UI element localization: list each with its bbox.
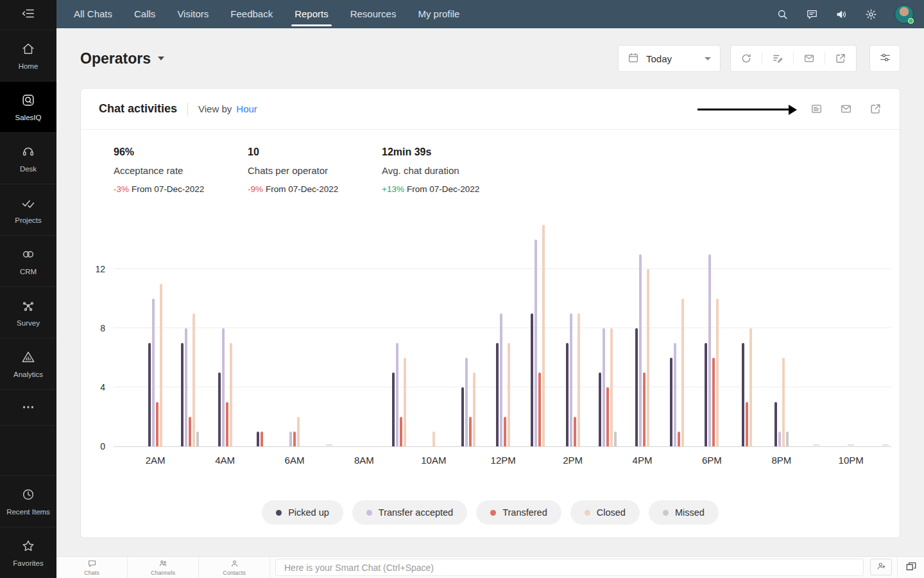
chart-bar[interactable] bbox=[261, 432, 263, 446]
chart-bar[interactable] bbox=[746, 402, 748, 446]
export-button[interactable] bbox=[825, 53, 856, 64]
settings-sliders-button[interactable] bbox=[869, 45, 900, 72]
legend-item-transfered[interactable]: Transfered bbox=[476, 500, 561, 525]
sidebar-item-favorites[interactable]: Favorites bbox=[0, 527, 56, 578]
nav-tab-resources[interactable]: Resources bbox=[339, 0, 407, 28]
chart-bar[interactable] bbox=[639, 254, 642, 446]
chart-bar[interactable] bbox=[578, 313, 580, 446]
filter-customize-button[interactable] bbox=[762, 53, 793, 64]
chart-bar[interactable] bbox=[570, 313, 572, 446]
chart-bar[interactable] bbox=[148, 343, 151, 446]
chart-bar[interactable] bbox=[222, 328, 225, 446]
bottom-tab-chats[interactable]: Chats bbox=[56, 557, 128, 578]
nav-tab-all-chats[interactable]: All Chats bbox=[63, 0, 123, 28]
nav-tab-feedback[interactable]: Feedback bbox=[219, 0, 284, 28]
sidebar-item-more[interactable] bbox=[0, 389, 56, 425]
chart-bar[interactable] bbox=[531, 313, 533, 446]
chart-bar[interactable] bbox=[670, 358, 672, 446]
report-card-icon[interactable] bbox=[810, 103, 823, 115]
chart-bar[interactable] bbox=[297, 417, 300, 446]
gear-icon[interactable] bbox=[865, 8, 877, 21]
chart-bar[interactable] bbox=[610, 328, 613, 446]
chart-bar[interactable] bbox=[469, 417, 472, 446]
chart-bar[interactable] bbox=[681, 299, 684, 446]
chart-bar[interactable] bbox=[496, 343, 499, 446]
chart-bar[interactable] bbox=[774, 402, 777, 446]
chart-bar[interactable] bbox=[156, 402, 158, 446]
chart-bar[interactable] bbox=[542, 225, 545, 446]
chart-bar[interactable] bbox=[392, 372, 395, 446]
date-range-button[interactable]: Today bbox=[618, 45, 721, 72]
chart-bar[interactable] bbox=[465, 358, 468, 446]
chart-bar[interactable] bbox=[742, 343, 744, 446]
sidebar-item-crm[interactable]: CRM bbox=[0, 235, 56, 286]
chart-bar[interactable] bbox=[712, 358, 715, 446]
chart-bar[interactable] bbox=[778, 432, 781, 446]
chart-bar[interactable] bbox=[574, 417, 576, 446]
refresh-button[interactable] bbox=[731, 53, 762, 64]
chart-bar[interactable] bbox=[647, 269, 649, 446]
chart-bar[interactable] bbox=[716, 299, 719, 446]
chart-bar[interactable] bbox=[432, 432, 435, 446]
view-by-hour-link[interactable]: Hour bbox=[236, 103, 257, 114]
report-type-selector[interactable]: Operators bbox=[80, 50, 164, 67]
sidebar-item-salesiq[interactable]: SalesIQ bbox=[0, 81, 56, 132]
nav-tab-calls[interactable]: Calls bbox=[123, 0, 166, 28]
chart-bar[interactable] bbox=[566, 343, 569, 446]
bottom-tab-channels[interactable]: Channels bbox=[128, 557, 199, 578]
collapse-sidebar-button[interactable] bbox=[0, 0, 56, 30]
email-icon[interactable] bbox=[840, 103, 852, 115]
chart-bar[interactable] bbox=[152, 299, 155, 446]
chart-bar[interactable] bbox=[257, 432, 259, 446]
smart-chat-input[interactable] bbox=[276, 563, 863, 573]
chart-bar[interactable] bbox=[189, 417, 191, 446]
sidebar-item-home[interactable]: Home bbox=[0, 30, 56, 81]
invite-contact-button[interactable] bbox=[870, 559, 892, 575]
chart-bar[interactable] bbox=[230, 343, 232, 446]
chart-bar[interactable] bbox=[500, 313, 502, 446]
legend-item-closed[interactable]: Closed bbox=[570, 500, 640, 525]
chart-bar[interactable] bbox=[614, 432, 617, 446]
chart-bar[interactable] bbox=[185, 328, 187, 446]
chat-windows-tray-button[interactable] bbox=[897, 557, 924, 578]
chart-bar[interactable] bbox=[293, 432, 296, 446]
chart-bar[interactable] bbox=[193, 313, 195, 446]
chart-bar[interactable] bbox=[535, 240, 537, 446]
sidebar-item-survey[interactable]: Survey bbox=[0, 286, 56, 338]
bottom-tab-contacts[interactable]: Contacts bbox=[199, 557, 270, 578]
feedback-comment-icon[interactable] bbox=[806, 8, 818, 21]
chart-bar[interactable] bbox=[603, 328, 605, 446]
chart-bar[interactable] bbox=[599, 372, 601, 446]
sidebar-item-analytics[interactable]: Analytics bbox=[0, 338, 56, 389]
legend-item-picked-up[interactable]: Picked up bbox=[262, 500, 343, 525]
nav-tab-visitors[interactable]: Visitors bbox=[166, 0, 219, 28]
chart-bar[interactable] bbox=[396, 343, 398, 446]
search-icon[interactable] bbox=[776, 8, 789, 21]
chart-bar[interactable] bbox=[226, 402, 228, 446]
user-avatar[interactable] bbox=[894, 4, 914, 24]
export-icon[interactable] bbox=[869, 103, 882, 115]
chart-bar[interactable] bbox=[678, 432, 680, 446]
chart-bar[interactable] bbox=[504, 417, 506, 446]
chart-bar[interactable] bbox=[289, 432, 292, 446]
chart-bar[interactable] bbox=[508, 343, 510, 446]
chart-bar[interactable] bbox=[461, 387, 464, 446]
sidebar-item-desk[interactable]: Desk bbox=[0, 132, 56, 184]
sidebar-item-recent-items[interactable]: Recent Items bbox=[0, 475, 56, 527]
chart-bar[interactable] bbox=[606, 387, 609, 446]
email-report-button[interactable] bbox=[794, 53, 825, 64]
chart-bar[interactable] bbox=[181, 343, 184, 446]
chart-bar[interactable] bbox=[635, 328, 638, 446]
chart-bar[interactable] bbox=[708, 254, 711, 446]
legend-item-transfer-accepted[interactable]: Transfer accepted bbox=[352, 500, 467, 525]
nav-tab-reports[interactable]: Reports bbox=[284, 0, 339, 28]
chart-bar[interactable] bbox=[160, 284, 162, 446]
chart-bar[interactable] bbox=[473, 372, 475, 446]
chart-bar[interactable] bbox=[782, 358, 785, 446]
chart-bar[interactable] bbox=[404, 358, 406, 446]
chart-bar[interactable] bbox=[643, 372, 646, 446]
chart-bar[interactable] bbox=[218, 372, 221, 446]
chart-bar[interactable] bbox=[400, 417, 402, 446]
chart-bar[interactable] bbox=[196, 432, 199, 446]
sidebar-item-projects[interactable]: Projects bbox=[0, 184, 56, 235]
